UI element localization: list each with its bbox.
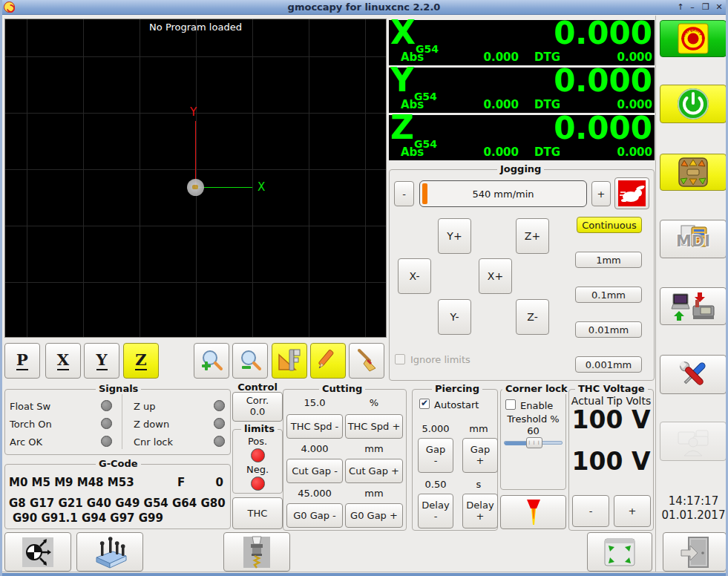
jog-x-plus-button[interactable]: X+ <box>479 258 512 294</box>
ignore-limits-checkbox[interactable] <box>395 354 405 364</box>
dro-axis-z[interactable]: ZG54 0.000 Abs 0.000 DTG 0.000 <box>389 115 655 160</box>
origin-arrows-icon <box>21 536 55 569</box>
view-y-label: Y <box>96 350 108 369</box>
increment-01mm-button[interactable]: 0.1mm <box>575 287 642 303</box>
caliper-icon <box>276 347 303 374</box>
settings-button[interactable] <box>660 355 727 394</box>
correction-button[interactable]: Corr. 0.0 <box>232 392 283 422</box>
auto-mode-button[interactable] <box>660 287 727 325</box>
active-mcodes: M0 M5 M9 M48 M53 <box>9 476 134 489</box>
ignore-limits-label: Ignore limits <box>410 354 470 365</box>
minimize-button[interactable]: – <box>686 1 698 13</box>
volts-plus-button[interactable]: + <box>614 495 651 527</box>
g0-gap-plus-button[interactable]: G0 Gap + <box>345 503 403 528</box>
gcode-preview[interactable]: No Program loaded Y X <box>4 19 387 338</box>
limits-neg-led <box>251 477 265 491</box>
increment-continuous-button[interactable]: Continuous <box>577 217 642 233</box>
feed-value: 0 <box>197 476 223 489</box>
pierce-gap-minus-button[interactable]: Gap- <box>418 438 453 473</box>
user-settings-button[interactable] <box>660 422 727 461</box>
torch-button[interactable] <box>500 495 566 529</box>
close-button[interactable]: ✕ <box>713 1 725 13</box>
exit-button[interactable] <box>663 532 727 572</box>
signal-z-up-led <box>214 400 225 411</box>
increment-1mm-button[interactable]: 1mm <box>575 252 642 268</box>
jog-y-minus-button[interactable]: Y- <box>438 299 471 335</box>
threshold-slider-handle[interactable]: l l l <box>526 437 542 448</box>
x-axis-line <box>196 187 252 188</box>
turtle-rabbit-toggle-button[interactable] <box>614 177 649 209</box>
shade-button[interactable]: ↑ <box>675 1 686 13</box>
zoom-in-icon <box>199 348 224 373</box>
draw-path-button[interactable] <box>310 343 346 379</box>
zoom-out-button[interactable] <box>232 343 268 379</box>
fullscreen-button[interactable] <box>587 532 652 572</box>
cut-gap-value: 4.000 <box>286 443 343 454</box>
thc-speed-value: 15.0 <box>286 397 343 408</box>
rabbit-icon <box>618 180 646 206</box>
increment-001mm-button[interactable]: 0.01mm <box>575 321 642 338</box>
touch-plate-icon <box>91 535 129 569</box>
corner-lock-enable-checkbox[interactable] <box>505 399 516 410</box>
signal-z-down-led <box>214 418 225 429</box>
jog-y-plus-button[interactable]: Y+ <box>438 218 471 254</box>
cut-gap-minus-button[interactable]: Cut Gap - <box>286 459 343 483</box>
threshold-slider[interactable]: l l l <box>504 441 563 445</box>
limits-neg-label: Neg. <box>233 464 282 475</box>
thc-voltage-title: THC Voltage <box>575 383 648 394</box>
dro-axis-x[interactable]: XG54 0.000 Abs 0.000 DTG 0.000 <box>389 20 655 65</box>
pierce-delay-plus-button[interactable]: Delay+ <box>462 494 498 528</box>
jog-speed-minus-button[interactable]: - <box>394 181 414 206</box>
jog-z-plus-button[interactable]: Z+ <box>516 218 549 254</box>
limits-pos-led <box>251 448 265 462</box>
manual-mode-button[interactable] <box>660 154 727 191</box>
threshold-label: Treshold % <box>500 413 566 425</box>
jog-speed-plus-button[interactable]: + <box>591 181 611 206</box>
pierce-delay-minus-button[interactable]: Delay- <box>418 494 453 528</box>
jog-speed-slider[interactable]: 540 mm/min <box>419 180 587 207</box>
autostart-checkbox[interactable] <box>419 399 430 409</box>
dro-axis-y[interactable]: YG54 0.000 Abs 0.000 DTG 0.000 <box>389 68 655 113</box>
machine-on-button[interactable] <box>660 85 727 123</box>
statusbar <box>0 572 728 576</box>
g0-gap-minus-button[interactable]: G0 Gap - <box>286 503 343 528</box>
view-x-button[interactable]: X <box>45 343 81 379</box>
zoom-in-button[interactable] <box>194 343 229 379</box>
pencil-icon <box>315 347 341 374</box>
tool-settings-button[interactable] <box>223 532 290 572</box>
corner-lock-title: Corner lock <box>502 383 571 394</box>
limits-pos-label: Pos. <box>233 436 282 447</box>
signal-torch-on-label: Torch On <box>10 419 52 430</box>
no-program-message: No Program loaded <box>5 22 386 33</box>
maximize-button[interactable]: ❒ <box>700 1 712 13</box>
view-p-button[interactable]: P <box>4 343 40 379</box>
pierce-gap-plus-button[interactable]: Gap+ <box>462 438 498 473</box>
thc-spd-plus-button[interactable]: THC Spd + <box>345 414 403 439</box>
estop-button[interactable]: Emergency-Stop <box>660 20 727 57</box>
signal-float-sw-led <box>101 400 112 411</box>
touch-off-button[interactable] <box>4 532 71 572</box>
signal-arc-ok-led <box>101 436 112 447</box>
view-z-button[interactable]: Z <box>123 343 159 379</box>
dro-y-abs-value: 0.000 <box>459 98 519 111</box>
pierce-delay-unit: s <box>461 479 496 490</box>
probe-plate-button[interactable] <box>76 532 143 572</box>
broom-icon <box>353 347 380 374</box>
increment-0001mm-button[interactable]: 0.001mm <box>575 356 642 373</box>
jog-z-minus-button[interactable]: Z- <box>516 299 549 335</box>
mdi-mode-button[interactable]: MDI <box>660 220 727 258</box>
jog-x-minus-button[interactable]: X- <box>398 258 431 294</box>
cut-gap-plus-button[interactable]: Cut Gap + <box>345 459 403 483</box>
mdi-label: MDI <box>660 232 726 250</box>
user-folders-icon <box>674 426 712 457</box>
cut-gap-unit: mm <box>345 443 403 454</box>
thc-spd-minus-button[interactable]: THC Spd - <box>286 414 343 439</box>
clear-plot-button[interactable] <box>349 343 384 379</box>
view-y-button[interactable]: Y <box>84 343 119 379</box>
g0-gap-unit: mm <box>345 488 403 499</box>
thc-button[interactable]: THC <box>232 497 283 529</box>
tools-icon <box>675 358 711 392</box>
dro-y-value: 0.000 <box>554 62 652 99</box>
volts-minus-button[interactable]: - <box>572 495 609 527</box>
dimensions-button[interactable] <box>272 343 307 379</box>
